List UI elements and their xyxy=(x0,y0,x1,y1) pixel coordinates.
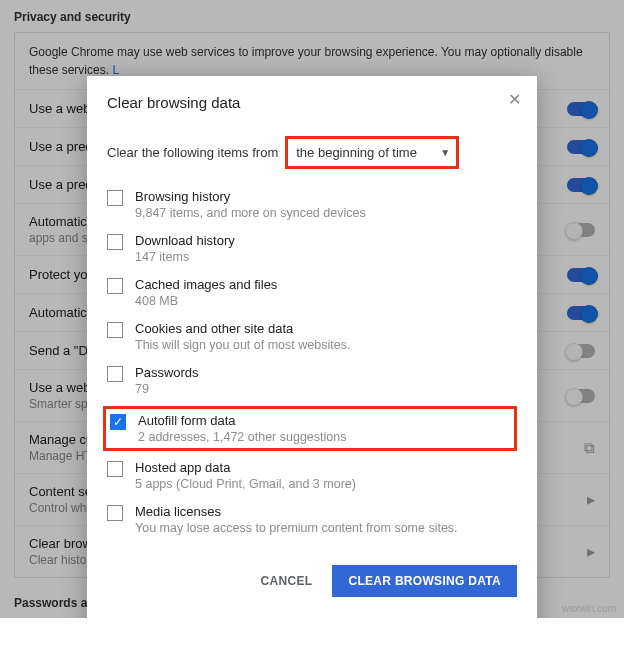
watermark: wsxwin.com xyxy=(562,603,616,614)
checkbox[interactable] xyxy=(107,505,123,521)
clear-item: Hosted app data 5 apps (Cloud Print, Gma… xyxy=(107,455,517,499)
item-sublabel: 5 apps (Cloud Print, Gmail, and 3 more) xyxy=(135,477,356,491)
caret-down-icon: ▼ xyxy=(440,147,450,158)
item-sublabel: 79 xyxy=(135,382,199,396)
checkbox[interactable] xyxy=(107,190,123,206)
item-label: Download history xyxy=(135,233,235,248)
item-sublabel: 147 items xyxy=(135,250,235,264)
dialog-info: i This clears synced data from all devic… xyxy=(107,617,517,618)
item-sublabel: You may lose access to premium content f… xyxy=(135,521,458,535)
clear-item: Passwords 79 xyxy=(107,360,517,404)
checkbox[interactable] xyxy=(107,322,123,338)
time-range-dropdown[interactable]: the beginning of time ▼ xyxy=(288,139,456,166)
item-sublabel: 2 addresses, 1,472 other suggestions xyxy=(138,430,346,444)
checkbox[interactable] xyxy=(107,461,123,477)
checkbox[interactable] xyxy=(110,414,126,430)
checkbox[interactable] xyxy=(107,234,123,250)
item-label: Browsing history xyxy=(135,189,366,204)
checkbox[interactable] xyxy=(107,278,123,294)
item-label: Media licenses xyxy=(135,504,458,519)
close-icon[interactable]: ✕ xyxy=(508,90,521,109)
time-range-label: Clear the following items from xyxy=(107,145,278,160)
item-label: Cached images and files xyxy=(135,277,277,292)
dialog-title: Clear browsing data xyxy=(107,94,517,111)
clear-item: Download history 147 items xyxy=(107,228,517,272)
clear-browsing-data-dialog: Clear browsing data ✕ Clear the followin… xyxy=(87,76,537,618)
clear-item: Cached images and files 408 MB xyxy=(107,272,517,316)
item-sublabel: 408 MB xyxy=(135,294,277,308)
item-label: Autofill form data xyxy=(138,413,346,428)
item-sublabel: This will sign you out of most websites. xyxy=(135,338,350,352)
item-label: Passwords xyxy=(135,365,199,380)
cancel-button[interactable]: CANCEL xyxy=(261,574,313,588)
item-label: Cookies and other site data xyxy=(135,321,350,336)
item-sublabel: 9,847 items, and more on synced devices xyxy=(135,206,366,220)
clear-item: Browsing history 9,847 items, and more o… xyxy=(107,184,517,228)
clear-browsing-data-button[interactable]: CLEAR BROWSING DATA xyxy=(332,565,517,597)
checkbox[interactable] xyxy=(107,366,123,382)
clear-item: Media licenses You may lose access to pr… xyxy=(107,499,517,543)
clear-item: Cookies and other site data This will si… xyxy=(107,316,517,360)
clear-item: Autofill form data 2 addresses, 1,472 ot… xyxy=(103,406,517,451)
item-label: Hosted app data xyxy=(135,460,356,475)
